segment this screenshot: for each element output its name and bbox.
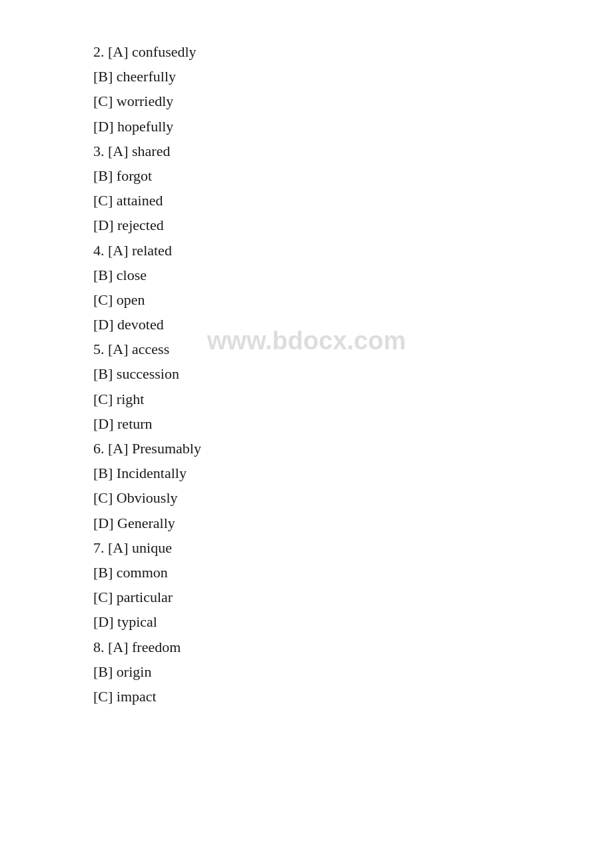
list-item: [C] attained xyxy=(93,189,520,212)
main-content: www.bdocx.com 2. [A] confusedly[B] cheer… xyxy=(0,0,613,749)
list-item: 3. [A] shared xyxy=(93,139,520,163)
list-item: 7. [A] unique xyxy=(93,536,520,559)
list-item: 5. [A] access xyxy=(93,337,520,361)
list-item: [C] Obviously xyxy=(93,486,520,509)
list-item: [D] hopefully xyxy=(93,115,520,138)
list-item: [B] cheerfully xyxy=(93,65,520,88)
list-item: [C] open xyxy=(93,288,520,311)
list-item: [B] close xyxy=(93,263,520,287)
list-item: 2. [A] confusedly xyxy=(93,40,520,63)
list-item: 8. [A] freedom xyxy=(93,635,520,659)
list-item: [B] origin xyxy=(93,660,520,683)
list-item: [C] right xyxy=(93,387,520,411)
list-item: 4. [A] related xyxy=(93,239,520,262)
list-item: [B] common xyxy=(93,561,520,584)
list-item: [D] devoted xyxy=(93,313,520,336)
list-item: 6. [A] Presumably xyxy=(93,437,520,460)
question-list: 2. [A] confusedly[B] cheerfully[C] worri… xyxy=(93,40,520,708)
list-item: [D] typical xyxy=(93,610,520,633)
list-item: [D] return xyxy=(93,412,520,435)
list-item: [B] Incidentally xyxy=(93,461,520,485)
list-item: [C] impact xyxy=(93,685,520,708)
list-item: [B] succession xyxy=(93,362,520,385)
list-item: [C] particular xyxy=(93,585,520,609)
list-item: [C] worriedly xyxy=(93,89,520,113)
list-item: [D] rejected xyxy=(93,213,520,237)
list-item: [B] forgot xyxy=(93,164,520,187)
list-item: [D] Generally xyxy=(93,511,520,535)
